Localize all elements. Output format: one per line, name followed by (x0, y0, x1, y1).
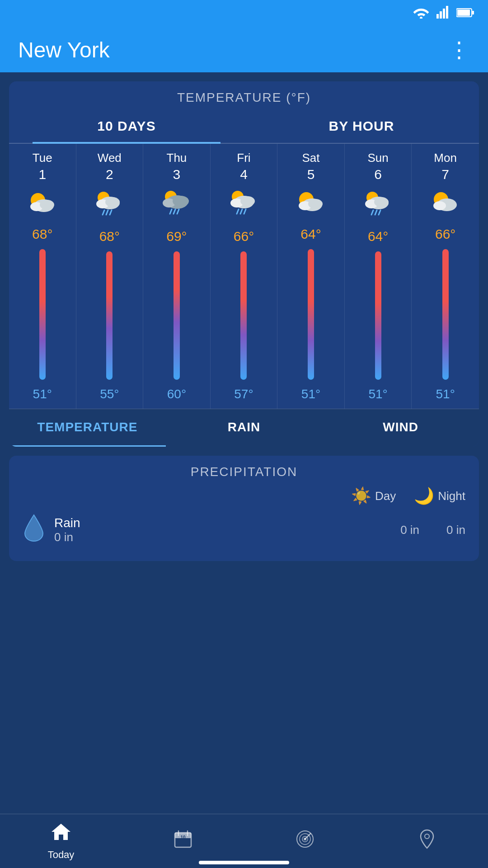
svg-point-22 (173, 196, 189, 207)
radar-icon (295, 829, 315, 854)
svg-point-36 (308, 199, 323, 209)
svg-line-30 (237, 209, 239, 214)
svg-line-41 (371, 210, 373, 215)
home-indicator (199, 861, 289, 864)
weather-icon-sun (362, 187, 394, 224)
svg-line-23 (170, 209, 172, 214)
tab-10days[interactable]: 10 DAYS (9, 109, 244, 143)
low-temp-sat: 51° (301, 387, 320, 401)
svg-line-18 (110, 210, 112, 215)
day-col-thu: Thu 3 69° 60° (143, 144, 211, 409)
weather-icon-fri (228, 187, 259, 224)
high-temp-fri: 66° (234, 229, 254, 244)
svg-rect-7 (472, 11, 474, 14)
day-name-fri: Fri (237, 151, 250, 165)
battery-icon (456, 6, 474, 21)
moon-icon: 🌙 (414, 486, 434, 505)
metric-tab-wind[interactable]: WIND (322, 409, 479, 447)
svg-line-25 (177, 209, 179, 214)
nav-item-calendar[interactable]: 10 (122, 814, 244, 868)
precipitation-title: PRECIPITATION (9, 456, 479, 486)
more-options-button[interactable]: ⋮ (448, 37, 470, 62)
day-col-sun: Sun 6 64° 51° (345, 144, 412, 409)
day-night-header: ☀️ Day 🌙 Night (9, 486, 479, 505)
low-temp-sun: 51° (368, 387, 387, 401)
svg-line-42 (375, 210, 377, 215)
weather-icon-tue (27, 187, 58, 222)
day-num-sun: 6 (374, 167, 382, 182)
svg-rect-2 (440, 11, 442, 19)
day-name-thu: Thu (167, 151, 187, 165)
forecast-card: TEMPERATURE (°F) 10 DAYS BY HOUR Tue 1 (9, 81, 479, 447)
nav-item-radar[interactable] (244, 814, 366, 868)
day-num-mon: 7 (441, 167, 449, 182)
day-col-tue: Tue 1 68° 51° (9, 144, 76, 409)
svg-point-55 (304, 838, 306, 840)
home-icon (51, 822, 71, 846)
svg-text:10: 10 (180, 835, 186, 840)
day-name-mon: Mon (434, 151, 457, 165)
rain-drop-icon (23, 513, 45, 547)
location-icon (418, 829, 436, 854)
day-col-wed: Wed 2 68° 55° (76, 144, 144, 409)
night-label: 🌙 Night (414, 486, 465, 505)
metric-tab-rain[interactable]: RAIN (166, 409, 323, 447)
low-temp-thu: 60° (167, 387, 186, 401)
tab-by-hour[interactable]: BY HOUR (244, 109, 479, 143)
temp-bar-fri: 57° (214, 248, 274, 401)
low-temp-fri: 57° (234, 387, 253, 401)
day-num-wed: 2 (106, 167, 113, 182)
day-label: ☀️ Day (351, 486, 396, 505)
svg-rect-1 (436, 14, 439, 19)
svg-point-40 (374, 197, 389, 207)
temp-bar-sun: 51° (348, 248, 408, 401)
day-col-fri: Fri 4 66° 57° (211, 144, 278, 409)
section-temperature-label: TEMPERATURE (°F) (9, 81, 479, 109)
svg-line-31 (240, 209, 242, 214)
city-title: New York (18, 38, 110, 62)
svg-point-56 (425, 834, 429, 839)
low-temp-wed: 55° (100, 387, 119, 401)
day-num-thu: 3 (173, 167, 181, 182)
svg-line-32 (244, 209, 246, 214)
svg-line-17 (106, 210, 108, 215)
day-name-sat: Sat (302, 151, 320, 165)
day-name-sun: Sun (367, 151, 388, 165)
day-precip-value: 0 in (400, 523, 419, 537)
weather-icon-mon (430, 187, 461, 222)
night-precip-value: 0 in (446, 523, 465, 537)
svg-point-15 (105, 197, 120, 207)
forecast-tabs: 10 DAYS BY HOUR (9, 109, 479, 144)
bottom-navigation: Today 10 (0, 814, 488, 868)
high-temp-tue: 68° (32, 226, 52, 242)
svg-line-16 (103, 210, 104, 215)
status-bar (0, 0, 488, 27)
low-temp-tue: 51° (33, 387, 52, 401)
svg-point-29 (240, 196, 255, 206)
temp-bar-wed: 55° (80, 248, 140, 401)
svg-rect-4 (446, 6, 448, 19)
high-temp-wed: 68° (99, 229, 120, 244)
days-forecast: Tue 1 68° 51° Wed 2 (9, 144, 479, 409)
rain-row: Rain 0 in 0 in 0 in (9, 508, 479, 552)
nav-item-location[interactable] (366, 814, 488, 868)
low-temp-mon: 51° (436, 387, 455, 401)
day-num-sat: 5 (307, 167, 315, 182)
day-name-tue: Tue (33, 151, 52, 165)
svg-line-24 (174, 209, 175, 214)
svg-point-0 (420, 17, 422, 19)
high-temp-mon: 66° (435, 226, 455, 242)
svg-point-11 (40, 200, 54, 210)
rain-label: Rain 0 in (54, 516, 391, 544)
day-col-mon: Mon 7 66° 51° (412, 144, 479, 409)
high-temp-thu: 69° (166, 229, 187, 244)
app-bar: New York ⋮ (0, 27, 488, 72)
nav-label-today: Today (48, 849, 75, 861)
day-col-sat: Sat 5 64° 51° (277, 144, 345, 409)
temp-bar-mon: 51° (415, 245, 475, 401)
temp-bar-tue: 51° (13, 245, 72, 401)
nav-item-today[interactable]: Today (0, 814, 122, 868)
metric-tab-temperature[interactable]: TEMPERATURE (9, 409, 166, 447)
temp-bar-thu: 60° (147, 248, 206, 401)
weather-icon-wed (94, 187, 125, 224)
